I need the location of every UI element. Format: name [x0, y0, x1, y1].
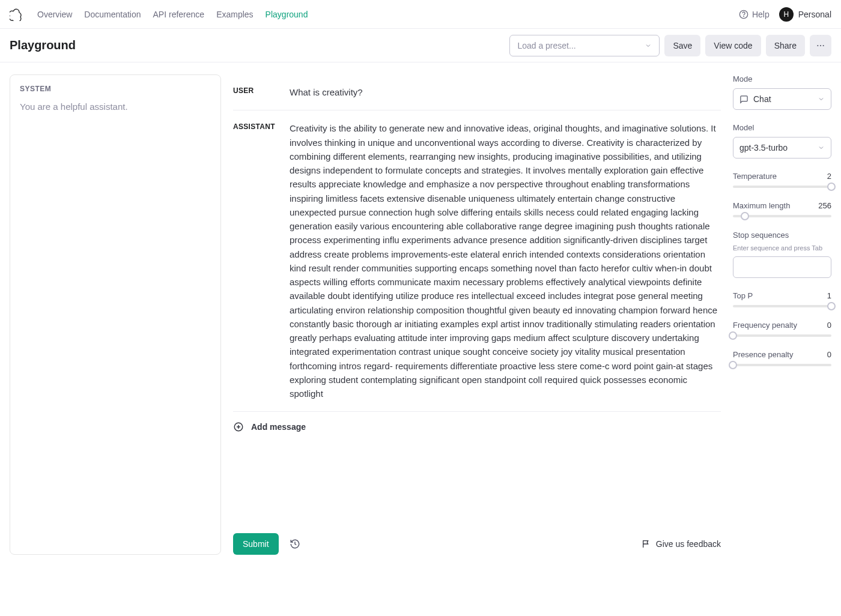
- messages-panel: USER What is creativity? ASSISTANT Creat…: [233, 74, 721, 555]
- temperature-value: 2: [827, 172, 831, 181]
- history-icon: [290, 539, 300, 549]
- role-label-assistant: ASSISTANT: [233, 121, 290, 400]
- nav-link-playground[interactable]: Playground: [266, 10, 308, 19]
- system-text[interactable]: You are a helpful assistant.: [20, 101, 211, 112]
- top-p-value: 1: [827, 291, 831, 300]
- slider-thumb[interactable]: [827, 183, 836, 191]
- add-message-button[interactable]: Add message: [233, 411, 721, 442]
- flag-icon: [642, 539, 651, 549]
- help-label: Help: [752, 10, 770, 19]
- message-row-user[interactable]: USER What is creativity?: [233, 74, 721, 110]
- model-label: Model: [733, 123, 831, 132]
- nav-link-documentation[interactable]: Documentation: [84, 10, 141, 19]
- nav-link-api-reference[interactable]: API reference: [153, 10, 205, 19]
- system-panel[interactable]: SYSTEM You are a helpful assistant.: [10, 74, 221, 555]
- max-length-slider[interactable]: [733, 215, 831, 217]
- mode-select[interactable]: Chat: [733, 88, 831, 110]
- stop-hint: Enter sequence and press Tab: [733, 244, 831, 252]
- top-p-slider[interactable]: [733, 305, 831, 307]
- chevron-down-icon: [645, 42, 652, 49]
- page-title: Playground: [10, 38, 76, 52]
- ellipsis-icon: [816, 41, 825, 50]
- user-message-content[interactable]: What is creativity?: [290, 85, 721, 99]
- submit-button[interactable]: Submit: [233, 533, 279, 555]
- main: SYSTEM You are a helpful assistant. USER…: [0, 62, 841, 567]
- top-p-label: Top P: [733, 291, 753, 300]
- chevron-down-icon: [818, 95, 825, 103]
- account-label[interactable]: Personal: [798, 10, 831, 19]
- assistant-message-content[interactable]: Creativity is the ability to generate ne…: [290, 121, 721, 400]
- feedback-link[interactable]: Give us feedback: [642, 539, 721, 549]
- chevron-down-icon: [818, 144, 825, 151]
- pres-penalty-slider[interactable]: [733, 364, 831, 366]
- mode-value: Chat: [753, 94, 771, 104]
- pres-penalty-label: Presence penalty: [733, 350, 793, 359]
- header-actions: Load a preset... Save View code Share: [509, 35, 831, 56]
- svg-point-3: [820, 44, 821, 46]
- logo[interactable]: [10, 8, 23, 21]
- freq-penalty-slider[interactable]: [733, 334, 831, 337]
- model-value: gpt-3.5-turbo: [739, 143, 788, 152]
- preset-placeholder: Load a preset...: [517, 41, 575, 50]
- nav-link-overview[interactable]: Overview: [37, 10, 72, 19]
- top-nav: Overview Documentation API reference Exa…: [0, 0, 841, 29]
- stop-label: Stop sequences: [733, 231, 831, 240]
- settings-sidebar: Mode Chat Model gpt-3.5-turbo Temperatur…: [733, 74, 831, 555]
- preset-select[interactable]: Load a preset...: [509, 35, 660, 56]
- svg-point-4: [823, 44, 824, 46]
- message-row-assistant[interactable]: ASSISTANT Creativity is the ability to g…: [233, 110, 721, 411]
- history-button[interactable]: [290, 539, 300, 549]
- slider-thumb[interactable]: [827, 302, 836, 310]
- role-label-user: USER: [233, 85, 290, 99]
- system-label: SYSTEM: [20, 85, 211, 93]
- feedback-label: Give us feedback: [656, 539, 721, 549]
- submit-row: Submit Give us feedback: [233, 461, 721, 555]
- slider-thumb[interactable]: [741, 212, 749, 220]
- svg-point-1: [744, 16, 744, 17]
- freq-penalty-value: 0: [827, 321, 831, 330]
- temperature-slider[interactable]: [733, 186, 831, 188]
- save-button[interactable]: Save: [664, 35, 700, 56]
- more-button[interactable]: [810, 35, 831, 56]
- chat-icon: [739, 95, 748, 104]
- pres-penalty-value: 0: [827, 350, 831, 359]
- help-icon: [739, 10, 748, 19]
- temperature-label: Temperature: [733, 172, 777, 181]
- share-button[interactable]: Share: [766, 35, 805, 56]
- svg-point-2: [817, 44, 818, 46]
- stop-input[interactable]: [733, 256, 831, 278]
- freq-penalty-label: Frequency penalty: [733, 321, 797, 330]
- view-code-button[interactable]: View code: [705, 35, 761, 56]
- slider-thumb[interactable]: [729, 331, 737, 340]
- openai-logo-icon: [10, 8, 23, 21]
- slider-thumb[interactable]: [729, 361, 737, 369]
- plus-circle-icon: [233, 421, 244, 432]
- nav-right: Help H Personal: [739, 7, 831, 22]
- max-length-label: Maximum length: [733, 201, 790, 210]
- max-length-value: 256: [818, 201, 831, 210]
- nav-link-examples[interactable]: Examples: [216, 10, 253, 19]
- add-message-label: Add message: [251, 422, 306, 432]
- sub-header: Playground Load a preset... Save View co…: [0, 29, 841, 62]
- help-link[interactable]: Help: [739, 10, 770, 19]
- nav-links: Overview Documentation API reference Exa…: [37, 10, 739, 19]
- mode-label: Mode: [733, 74, 831, 83]
- avatar[interactable]: H: [779, 7, 794, 22]
- model-select[interactable]: gpt-3.5-turbo: [733, 137, 831, 159]
